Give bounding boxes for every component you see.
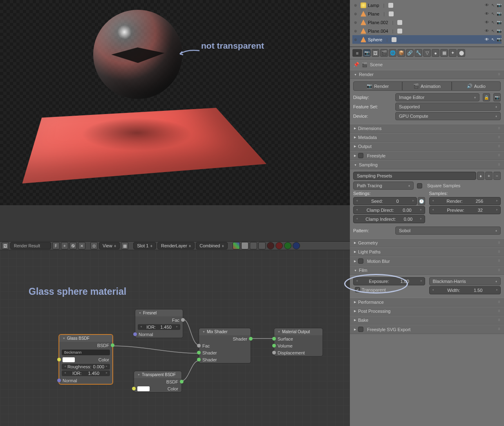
- node-output-bsdf[interactable]: BSDF: [59, 342, 112, 349]
- svg-checkbox[interactable]: [358, 327, 363, 332]
- node-input-surface[interactable]: Surface: [274, 335, 323, 342]
- outliner[interactable]: ⊕Lamp|👁↖📷 ⊕Plane|👁↖📷 ⊕Plane.002|👁↖📷 ⊕Pla…: [350, 0, 504, 47]
- pattern-dropdown[interactable]: Sobol♦: [395, 226, 501, 235]
- animation-button[interactable]: 🎬Animation: [402, 81, 451, 91]
- node-ior-field[interactable]: ◂IOR:1.450▸: [62, 370, 110, 376]
- tab-world[interactable]: 🌐: [389, 49, 396, 57]
- node-output-bsdf[interactable]: BSDF: [134, 378, 181, 385]
- unpack-icon[interactable]: ✕: [78, 242, 85, 249]
- panel-sampling-header[interactable]: Sampling⠿: [350, 160, 504, 169]
- eye-icon[interactable]: 👁: [484, 37, 489, 42]
- channel-rgb-icon[interactable]: [241, 242, 249, 249]
- node-transparent-bsdf[interactable]: Transparent BSDF BSDF Color: [134, 371, 182, 392]
- data-icon[interactable]: [392, 37, 396, 42]
- panel-post-header[interactable]: Post Processing⠿: [350, 307, 504, 316]
- channel-rgba-icon[interactable]: [233, 242, 240, 249]
- node-input-shader-1[interactable]: Shader: [199, 349, 251, 356]
- expand-icon[interactable]: ⊕: [354, 20, 357, 25]
- cursor-icon[interactable]: ↖: [490, 28, 495, 34]
- cursor-icon[interactable]: ↖: [490, 20, 495, 25]
- lock-icon[interactable]: 🔒: [483, 93, 490, 101]
- node-output-fac[interactable]: Fac: [135, 316, 183, 323]
- expand-icon[interactable]: ⊕: [354, 29, 357, 33]
- panel-light-paths-header[interactable]: Light Paths⠿: [350, 247, 504, 256]
- pivot-icon[interactable]: ⊙: [90, 242, 98, 249]
- slot-dropdown[interactable]: Slot 1 ♦: [133, 242, 156, 249]
- data-icon[interactable]: [397, 29, 402, 34]
- clamp-direct-field[interactable]: ◂Clamp Direct:0.00▸: [353, 206, 425, 214]
- fake-user-button[interactable]: F: [52, 242, 60, 249]
- integrator-dropdown[interactable]: Path Tracing♦: [353, 182, 414, 190]
- editor-type-icon[interactable]: 🖼: [2, 242, 9, 249]
- preset-menu-icon[interactable]: ♦: [477, 172, 484, 180]
- motion-blur-checkbox[interactable]: [358, 258, 363, 264]
- panel-metadata-header[interactable]: Metadata⠿: [350, 133, 504, 142]
- editor-type-icon[interactable]: ≡: [352, 49, 362, 57]
- node-input-normal[interactable]: Normal: [135, 331, 183, 338]
- pin-icon[interactable]: 📌: [353, 62, 359, 67]
- channel-red-icon[interactable]: [276, 242, 283, 249]
- exposure-field[interactable]: ◂Exposure:1.00▸: [353, 277, 425, 285]
- view-dropdown[interactable]: View ♦: [99, 242, 120, 249]
- node-header[interactable]: Glass BSDF: [59, 335, 112, 342]
- outliner-item-plane002[interactable]: ⊕Plane.002|👁↖📷: [352, 18, 502, 27]
- image-name-field[interactable]: Render Result: [10, 242, 51, 249]
- eye-icon[interactable]: 👁: [484, 2, 489, 8]
- outliner-item-sphere[interactable]: ⊕Sphere|👁↖📷: [352, 35, 502, 44]
- panel-output-header[interactable]: Output⠿: [350, 142, 504, 151]
- eye-icon[interactable]: 👁: [484, 11, 489, 16]
- cursor-icon[interactable]: ↖: [490, 2, 495, 8]
- data-icon[interactable]: [397, 20, 402, 25]
- node-header[interactable]: Transparent BSDF: [134, 371, 181, 378]
- unlink-icon[interactable]: 🛇: [69, 242, 77, 249]
- eye-icon[interactable]: 👁: [484, 28, 489, 34]
- node-header[interactable]: Mix Shader: [199, 328, 251, 335]
- node-input-displacement[interactable]: Displacement: [274, 349, 323, 356]
- tab-object[interactable]: 📦: [397, 49, 405, 57]
- channel-z-icon[interactable]: [258, 242, 266, 249]
- preset-add-icon[interactable]: +: [485, 172, 493, 180]
- cursor-icon[interactable]: ↖: [490, 11, 495, 16]
- panel-bake-header[interactable]: Bake⠿: [350, 316, 504, 325]
- node-ior-field[interactable]: ◂IOR:1.450▸: [138, 324, 180, 330]
- node-glass-bsdf[interactable]: Glass BSDF BSDF Beckmann Color ◂Roughnes…: [59, 334, 113, 384]
- tab-texture[interactable]: ▦: [440, 49, 448, 57]
- pass-dropdown[interactable]: Combined ♦: [196, 242, 228, 249]
- renderlayer-dropdown[interactable]: RenderLayer ♦: [157, 242, 195, 249]
- node-editor[interactable]: Glass sphere material Glass BSDF BSDF Be…: [0, 250, 350, 426]
- node-input-volume[interactable]: Volume: [274, 342, 323, 349]
- channel-alpha-icon[interactable]: [250, 242, 257, 249]
- clamp-indirect-field[interactable]: ◂Clamp Indirect:0.00▸: [353, 215, 425, 223]
- preview-samples-field[interactable]: ◂Preview:32▸: [429, 206, 501, 214]
- panel-svg-header[interactable]: Freestyle SVG Export⠿: [350, 325, 504, 334]
- camera-icon[interactable]: 📷: [496, 28, 502, 34]
- camera-icon[interactable]: 📷: [496, 11, 502, 16]
- node-distribution-dropdown[interactable]: Beckmann: [62, 350, 110, 355]
- outliner-item-plane[interactable]: ⊕Plane|👁↖📷: [352, 9, 502, 18]
- display-dropdown[interactable]: Image Editor♦: [395, 93, 479, 101]
- channel-blue-icon[interactable]: [293, 242, 300, 249]
- add-image-icon[interactable]: +: [61, 242, 68, 249]
- node-input-shader-2[interactable]: Shader: [199, 356, 251, 363]
- extra-icon[interactable]: 📷: [493, 93, 501, 101]
- device-dropdown[interactable]: GPU Compute♦: [395, 112, 501, 120]
- freestyle-checkbox[interactable]: [358, 153, 363, 158]
- node-roughness-field[interactable]: ◂Roughness:0.000▸: [62, 364, 110, 370]
- sampling-presets-dropdown[interactable]: Sampling Presets: [353, 172, 476, 180]
- node-output-shader[interactable]: Shader: [199, 335, 251, 342]
- tab-render[interactable]: 📷: [363, 49, 371, 57]
- camera-icon[interactable]: 📷: [496, 20, 502, 25]
- data-icon[interactable]: [388, 3, 393, 8]
- panel-freestyle-header[interactable]: Freestyle⠿: [350, 151, 504, 160]
- filter-dropdown[interactable]: Blackman-Harris♦: [429, 277, 501, 285]
- feature-dropdown[interactable]: Supported♦: [395, 103, 501, 111]
- clock-icon[interactable]: 🕐: [418, 197, 425, 205]
- panel-render-header[interactable]: Render⠿: [350, 70, 504, 79]
- render-button[interactable]: 📷Render: [353, 81, 402, 91]
- tab-constraints[interactable]: 🔗: [406, 49, 414, 57]
- node-input-color[interactable]: Color: [59, 356, 112, 363]
- tab-modifiers[interactable]: 🔧: [414, 49, 422, 57]
- panel-motion-blur-header[interactable]: Motion Blur⠿: [350, 256, 504, 266]
- node-input-normal[interactable]: Normal: [59, 377, 112, 384]
- panel-dimensions-header[interactable]: Dimensions⠿: [350, 124, 504, 133]
